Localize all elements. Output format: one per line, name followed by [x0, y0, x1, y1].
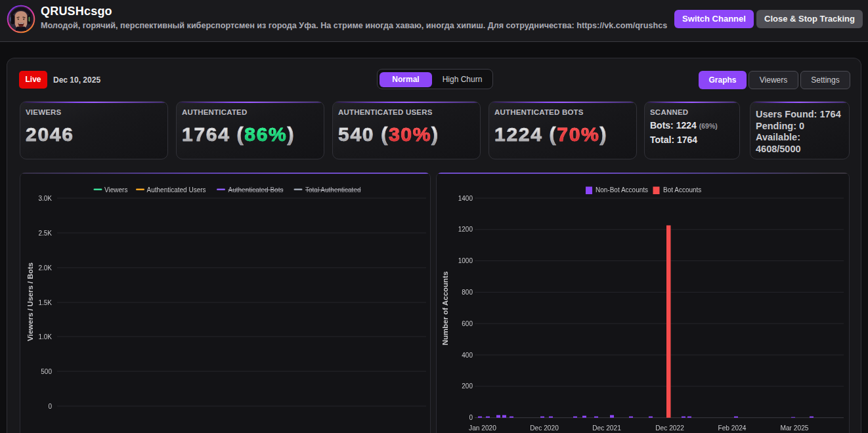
svg-text:0: 0 — [469, 414, 473, 421]
svg-text:Viewers: Viewers — [104, 186, 127, 194]
svg-text:Non-Bot Accounts: Non-Bot Accounts — [596, 186, 648, 194]
svg-text:Dec 2022: Dec 2022 — [655, 424, 684, 432]
svg-text:Dec 2020: Dec 2020 — [530, 424, 559, 432]
svg-text:2.0K: 2.0K — [38, 264, 52, 272]
svg-text:1200: 1200 — [458, 226, 473, 233]
svg-text:Dec 2021: Dec 2021 — [592, 424, 621, 432]
svg-text:400: 400 — [462, 352, 473, 359]
svg-text:1.5K: 1.5K — [38, 299, 52, 306]
svg-text:0: 0 — [48, 403, 52, 410]
svg-text:Number of Accounts: Number of Accounts — [441, 272, 449, 346]
svg-text:Authenticated Users: Authenticated Users — [147, 186, 206, 194]
svg-text:Viewers / Users / Bots: Viewers / Users / Bots — [26, 262, 34, 341]
svg-text:Total Authenticated: Total Authenticated — [305, 186, 361, 194]
svg-text:3.0K: 3.0K — [38, 195, 52, 202]
svg-text:800: 800 — [462, 289, 473, 296]
svg-text:1400: 1400 — [458, 195, 473, 202]
svg-text:Feb 2024: Feb 2024 — [718, 424, 746, 432]
svg-text:Mar 2025: Mar 2025 — [780, 424, 808, 432]
svg-text:1.0K: 1.0K — [38, 333, 52, 340]
svg-text:Bot Accounts: Bot Accounts — [663, 186, 701, 194]
svg-text:500: 500 — [41, 368, 52, 375]
svg-text:200: 200 — [462, 382, 473, 390]
svg-text:600: 600 — [462, 320, 473, 327]
svg-text:Authenticated Bots: Authenticated Bots — [228, 186, 284, 194]
svg-text:1000: 1000 — [458, 257, 473, 264]
svg-text:Jan 2020: Jan 2020 — [469, 424, 496, 432]
svg-text:2.5K: 2.5K — [38, 230, 52, 237]
